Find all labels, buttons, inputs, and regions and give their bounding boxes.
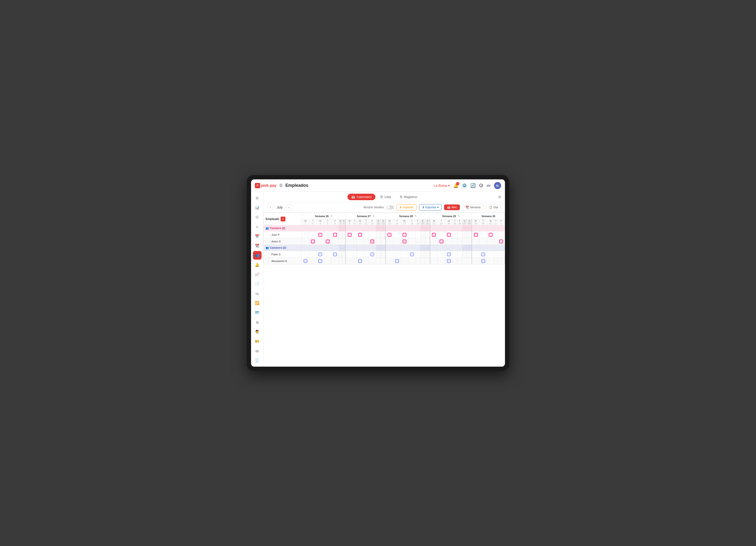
shift-cell-camarero-0-day32[interactable] [497, 251, 505, 258]
hamburger-icon[interactable]: ☰ [279, 183, 283, 188]
sidebar-item-refresh[interactable]: 🔁 [253, 299, 262, 308]
shift-cell-camarero-0-day27[interactable] [467, 251, 472, 258]
shift-cell-camarero-0-day16[interactable] [401, 251, 408, 258]
shift-cell-cocinero-1-day27[interactable] [467, 238, 472, 245]
power-icon[interactable]: ⏻ [479, 183, 483, 188]
shift-cell-camarero-1-day27[interactable] [467, 258, 472, 264]
shift-cell-cocinero-0-day26[interactable] [462, 231, 467, 238]
sidebar-item-id[interactable]: 🪪 [253, 308, 262, 317]
shift-cell-camarero-1-day11[interactable] [368, 258, 376, 264]
shift-cell-cocinero-0-day5[interactable] [339, 231, 342, 238]
shift-cell-camarero-0-day0[interactable] [302, 251, 309, 258]
shift-cell-camarero-0-day20[interactable] [425, 251, 430, 258]
shift-cell-cocinero-1-day21[interactable] [430, 238, 438, 245]
shift-cell-camarero-1-day25[interactable] [457, 258, 462, 264]
shift-cell-cocinero-1-day12[interactable] [376, 238, 381, 245]
sidebar-item-activity[interactable]: 📈 [253, 270, 262, 279]
shift-cell-cocinero-1-day32[interactable] [497, 238, 505, 245]
shift-box-cocinero-0-day14[interactable] [388, 233, 391, 237]
emp-dots-icon-camarero-1[interactable]: ⋮ [268, 259, 270, 263]
shift-box-camarero-0-day23[interactable] [447, 252, 451, 256]
week-29-edit-icon[interactable]: ✎ [458, 215, 460, 217]
shift-cell-cocinero-1-day13[interactable] [381, 238, 386, 245]
sidebar-item-receipt[interactable]: 🧾 [253, 356, 262, 365]
week-26-edit-icon[interactable]: ✎ [331, 215, 332, 217]
shift-cell-camarero-1-day14[interactable] [386, 258, 393, 264]
shift-box-cocinero-1-day16[interactable] [403, 239, 406, 243]
shift-cell-cocinero-1-day14[interactable] [386, 238, 393, 245]
shift-cell-camarero-0-day24[interactable] [452, 251, 457, 258]
shift-cell-camarero-1-day0[interactable] [302, 258, 309, 264]
shift-box-camarero-1-day29[interactable] [481, 259, 485, 263]
shift-cell-camarero-1-day7[interactable] [346, 258, 353, 264]
shift-cell-cocinero-1-day8[interactable] [353, 238, 356, 245]
shift-cell-cocinero-1-day16[interactable] [401, 238, 408, 245]
shift-cell-camarero-0-day8[interactable] [353, 251, 356, 258]
shift-cell-cocinero-1-day23[interactable] [445, 238, 452, 245]
emp-dots-icon-cocinero-0[interactable]: ⋮ [268, 233, 270, 236]
calendar-settings-icon[interactable]: ⚙ [498, 195, 501, 199]
shift-cell-camarero-1-day2[interactable] [316, 258, 324, 264]
prev-month-button[interactable]: ‹ [267, 204, 273, 210]
shift-box-cocinero-1-day3[interactable] [326, 239, 330, 243]
sidebar-item-person-up[interactable]: 🧑‍💼 [253, 328, 262, 336]
shift-cell-cocinero-1-day10[interactable] [364, 238, 368, 245]
shift-box-cocinero-1-day22[interactable] [440, 239, 443, 243]
shift-cell-cocinero-0-day3[interactable] [324, 231, 331, 238]
tab-lista[interactable]: ☰ Lista [376, 194, 395, 200]
shift-cell-camarero-1-day3[interactable] [324, 258, 331, 264]
shift-box-cocinero-0-day30[interactable] [489, 233, 493, 237]
shift-cell-camarero-1-day13[interactable] [381, 258, 386, 264]
shift-cell-camarero-1-day10[interactable] [364, 258, 368, 264]
shift-cell-camarero-0-day15[interactable] [393, 251, 401, 258]
shift-cell-camarero-1-day4[interactable] [331, 258, 339, 264]
shift-cell-cocinero-0-day17[interactable] [408, 231, 415, 238]
shift-cell-camarero-0-day28[interactable] [472, 251, 479, 258]
shift-cell-camarero-1-day22[interactable] [438, 258, 445, 264]
shift-cell-camarero-1-day9[interactable] [356, 258, 364, 264]
shift-cell-camarero-0-day29[interactable] [479, 251, 487, 258]
add-employee-button[interactable]: + [281, 217, 285, 221]
shift-cell-cocinero-1-day26[interactable] [462, 238, 467, 245]
sidebar-item-calendar-check[interactable]: 📆 [253, 241, 262, 250]
shift-cell-cocinero-0-day15[interactable] [393, 231, 401, 238]
shift-cell-cocinero-0-day10[interactable] [364, 231, 368, 238]
shift-cell-camarero-1-day5[interactable] [339, 258, 342, 264]
shift-cell-camarero-0-day26[interactable] [462, 251, 467, 258]
shift-cell-cocinero-1-day11[interactable] [368, 238, 376, 245]
shift-cell-camarero-1-day30[interactable] [487, 258, 494, 264]
shift-box-camarero-1-day15[interactable] [395, 259, 399, 263]
shift-box-camarero-0-day11[interactable] [370, 252, 374, 256]
view-semana-button[interactable]: 📆 Semana [462, 204, 484, 210]
shift-cell-cocinero-0-day16[interactable] [401, 231, 408, 238]
shift-cell-camarero-1-day26[interactable] [462, 258, 467, 264]
shift-cell-cocinero-0-day22[interactable] [438, 231, 445, 238]
shift-box-cocinero-0-day28[interactable] [474, 233, 478, 237]
shift-cell-camarero-1-day31[interactable] [494, 258, 497, 264]
shift-cell-camarero-0-day22[interactable] [438, 251, 445, 258]
shift-cell-cocinero-0-day20[interactable] [425, 231, 430, 238]
shift-cell-camarero-0-day7[interactable] [346, 251, 353, 258]
shift-box-camarero-1-day9[interactable] [358, 259, 362, 263]
tab-registros[interactable]: ☰ Registros [396, 194, 421, 200]
show-details-toggle[interactable] [386, 205, 394, 209]
shift-cell-camarero-1-day17[interactable] [408, 258, 415, 264]
shift-cell-cocinero-0-day27[interactable] [467, 231, 472, 238]
shift-cell-cocinero-0-day6[interactable] [342, 231, 346, 238]
sidebar-item-chart[interactable]: 📊 [253, 203, 262, 212]
view-mes-button[interactable]: 📅 Mes [444, 204, 460, 210]
shift-box-cocinero-0-day9[interactable] [358, 233, 362, 237]
shift-cell-camarero-0-day3[interactable] [324, 251, 331, 258]
shift-cell-camarero-0-day5[interactable] [339, 251, 342, 258]
shift-cell-cocinero-1-day5[interactable] [339, 238, 342, 245]
shift-cell-cocinero-0-day2[interactable] [316, 231, 324, 238]
shift-cell-cocinero-1-day18[interactable] [415, 238, 420, 245]
shift-cell-camarero-0-day10[interactable] [364, 251, 368, 258]
shift-cell-cocinero-1-day28[interactable] [472, 238, 479, 245]
shift-box-cocinero-0-day2[interactable] [318, 233, 322, 237]
shift-cell-cocinero-1-day0[interactable] [302, 238, 309, 245]
shift-cell-cocinero-0-day13[interactable] [381, 231, 386, 238]
avatar[interactable]: AL [494, 182, 501, 189]
shift-cell-camarero-0-day18[interactable] [415, 251, 420, 258]
shift-cell-cocinero-0-day31[interactable] [494, 231, 497, 238]
